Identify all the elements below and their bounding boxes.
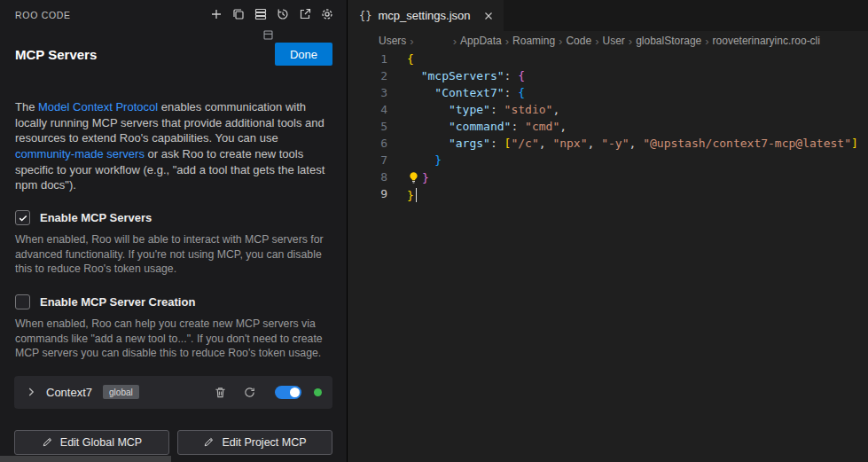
server-stack-icon[interactable] bbox=[254, 7, 268, 21]
code-token bbox=[407, 86, 434, 99]
server-name: Context7 bbox=[46, 386, 92, 399]
server-row-context7[interactable]: Context7 global bbox=[14, 376, 332, 409]
code-line: 8} bbox=[348, 168, 868, 185]
code-editor[interactable]: 1{2 "mcpServers": {3 "Context7": {4 "typ… bbox=[348, 51, 868, 202]
editor-area: {} mcp_settings.json Users››AppData›Roam… bbox=[348, 0, 868, 462]
code-token: } bbox=[407, 189, 414, 202]
code-token: "command" bbox=[449, 120, 511, 133]
enable-mcp-creation-checkbox[interactable] bbox=[15, 294, 30, 309]
panel-header: ROO CODE bbox=[0, 0, 347, 30]
code-token: "cmd" bbox=[525, 120, 559, 133]
code-token: { bbox=[518, 86, 525, 99]
history-icon[interactable] bbox=[276, 7, 290, 21]
code-token: "stdio" bbox=[504, 103, 553, 116]
tab-mcp-settings-json[interactable]: {} mcp_settings.json bbox=[348, 0, 504, 31]
edit-global-mcp-button[interactable]: Edit Global MCP bbox=[14, 430, 169, 455]
edit-global-mcp-label: Edit Global MCP bbox=[60, 436, 142, 449]
code-line: 6 "args": ["/c", "npx", "-y", "@upstash/… bbox=[348, 135, 868, 152]
trash-icon[interactable] bbox=[214, 386, 227, 399]
breadcrumb-separator: › bbox=[559, 35, 562, 48]
code-token: : bbox=[511, 120, 525, 133]
text-cursor bbox=[416, 188, 418, 202]
code-token bbox=[407, 137, 449, 150]
plus-icon[interactable] bbox=[209, 7, 223, 21]
code-token: , bbox=[552, 103, 559, 116]
editor-tab-bar: {} mcp_settings.json bbox=[348, 0, 868, 31]
refresh-icon[interactable] bbox=[243, 386, 256, 399]
app-window: ROO CODE MCP Servers Done bbox=[0, 0, 868, 462]
code-token bbox=[407, 69, 421, 82]
breadcrumb-segment[interactable]: User bbox=[602, 35, 624, 47]
code-token: { bbox=[407, 52, 414, 66]
code-line: 3 "Context7": { bbox=[348, 84, 868, 101]
server-status-dot bbox=[314, 388, 322, 396]
gear-icon[interactable] bbox=[320, 7, 334, 21]
line-number: 7 bbox=[348, 152, 387, 168]
pencil-icon bbox=[42, 436, 53, 448]
panel-window-icon[interactable] bbox=[262, 29, 274, 41]
code-token: { bbox=[518, 69, 525, 82]
code-line-content: } bbox=[407, 152, 442, 168]
code-token: "args" bbox=[449, 137, 490, 150]
code-line: 9} bbox=[348, 185, 868, 202]
enable-mcp-servers-checkbox[interactable] bbox=[15, 210, 30, 225]
line-number: 1 bbox=[348, 51, 387, 67]
line-number: 6 bbox=[348, 135, 387, 152]
code-token: : bbox=[490, 103, 504, 116]
breadcrumb-separator: › bbox=[595, 35, 598, 48]
code-line: 2 "mcpServers": { bbox=[348, 67, 868, 84]
done-button[interactable]: Done bbox=[275, 43, 332, 66]
breadcrumb-segment[interactable]: Code bbox=[566, 35, 591, 47]
code-token: , bbox=[588, 137, 602, 150]
pencil-icon bbox=[203, 436, 215, 448]
breadcrumb-segment[interactable]: Users bbox=[379, 35, 406, 47]
enable-mcp-servers-row: Enable MCP Servers bbox=[15, 210, 332, 225]
code-token bbox=[407, 153, 434, 167]
breadcrumb: Users››AppData›Roaming›Code›User›globalS… bbox=[348, 31, 868, 51]
code-token bbox=[407, 120, 449, 133]
panel-header-actions bbox=[209, 7, 334, 21]
line-number: 4 bbox=[348, 101, 387, 118]
code-token: , bbox=[559, 120, 567, 133]
code-line-content: "command": "cmd", bbox=[407, 118, 567, 135]
breadcrumb-segment[interactable]: Roaming bbox=[512, 35, 555, 47]
close-tab-icon[interactable] bbox=[482, 10, 495, 22]
breadcrumb-segment[interactable]: AppData bbox=[460, 35, 502, 47]
code-token bbox=[407, 103, 449, 116]
breadcrumb-segment[interactable]: globalStorage bbox=[636, 35, 701, 47]
copy-icon[interactable] bbox=[231, 7, 246, 21]
lightbulb-icon[interactable] bbox=[407, 168, 422, 186]
breadcrumb-separator: › bbox=[705, 35, 708, 48]
code-line-content: "Context7": { bbox=[407, 84, 525, 101]
intro-paragraph: The Model Context Protocol enables commu… bbox=[15, 99, 332, 193]
server-scope-badge: global bbox=[103, 385, 139, 399]
page-title: MCP Servers bbox=[15, 47, 97, 62]
breadcrumb-separator: › bbox=[505, 35, 509, 48]
code-line-content: { bbox=[407, 51, 414, 67]
breadcrumb-separator: › bbox=[410, 35, 413, 48]
code-line: 5 "command": "cmd", bbox=[348, 118, 868, 135]
line-number: 9 bbox=[348, 185, 387, 202]
tab-label: mcp_settings.json bbox=[378, 9, 470, 22]
server-enabled-toggle[interactable] bbox=[275, 386, 301, 399]
inline-link[interactable]: Model Context Protocol bbox=[38, 100, 158, 114]
edit-project-mcp-button[interactable]: Edit Project MCP bbox=[177, 430, 332, 455]
code-line-content: "mcpServers": { bbox=[407, 67, 525, 84]
line-number: 5 bbox=[348, 118, 387, 135]
horizontal-scrollbar-thumb[interactable] bbox=[0, 456, 171, 462]
open-in-editor-icon[interactable] bbox=[298, 7, 312, 21]
code-line-content: "args": ["/c", "npx", "-y", "@upstash/co… bbox=[407, 135, 858, 152]
code-token: } bbox=[434, 153, 442, 167]
chevron-right-icon[interactable] bbox=[25, 386, 37, 398]
line-number: 2 bbox=[348, 67, 387, 84]
inline-link[interactable]: community-made servers bbox=[15, 147, 145, 161]
line-number: 8 bbox=[348, 168, 387, 185]
enable-mcp-servers-label: Enable MCP Servers bbox=[40, 211, 152, 224]
code-line: 1{ bbox=[348, 51, 868, 67]
roo-code-panel: ROO CODE MCP Servers Done bbox=[0, 0, 348, 462]
code-token: , bbox=[629, 137, 644, 150]
toggle-knob bbox=[290, 388, 300, 397]
code-token: "type" bbox=[449, 103, 490, 116]
code-token: : bbox=[490, 137, 504, 150]
breadcrumb-segment[interactable]: rooveterinaryinc.roo-cli bbox=[713, 35, 820, 47]
